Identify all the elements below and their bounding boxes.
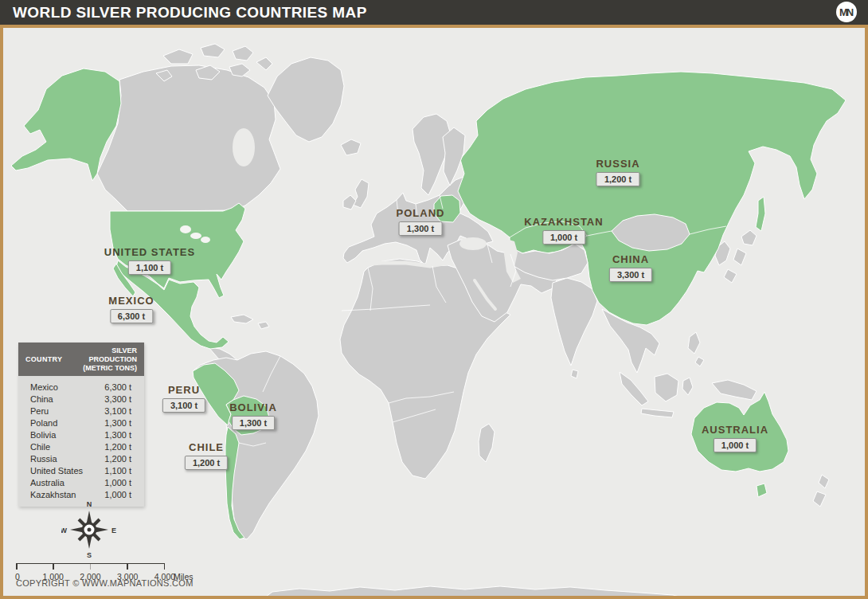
great-lake-1 [180,225,191,233]
map-label-china: CHINA 3,300 t [609,253,652,282]
production-badge: 3,100 t [162,398,205,413]
country-name: BOLIVIA [229,401,277,413]
island-ireland [343,195,356,209]
country-name: AUSTRALIA [702,424,768,436]
table-row: Bolivia 1,300 t [18,429,144,440]
scale-tick [16,564,18,570]
production-badge: 3,300 t [609,268,652,282]
country-name: RUSSIA [596,158,639,170]
scale-tick [164,564,166,570]
country-name: POLAND [397,207,445,219]
country-name: CHINA [609,253,652,265]
map-area: RUSSIA 1,200 t POLAND 1,300 t KAZAKHSTAN… [0,25,868,599]
table-row: Peru 3,100 t [18,405,144,417]
landmass-antarctica [263,586,690,599]
table-row: Russia 1,200 t [18,452,144,464]
legend-table-body: Mexico 6,300 t China 3,300 t Peru 3,100 … [18,376,144,507]
mapnations-logo: MN [836,2,857,22]
country-name: PERU [162,384,205,396]
country-shape-tasmania [757,484,767,497]
production-badge: 1,200 t [596,172,639,186]
compass-south-label: S [87,551,92,558]
hudson-bay [233,128,255,166]
islands-japan [724,230,757,283]
island-uk [353,179,369,208]
production-badge: 1,000 t [714,438,757,452]
scale-tick [127,564,128,570]
islands-new-zealand [813,475,829,507]
table-row: China 3,300 t [18,393,144,405]
island-hispaniola [258,322,269,329]
islands-philippines [688,332,704,366]
map-label-russia: RUSSIA 1,200 t [596,158,639,186]
landmass-greenland [268,57,344,142]
map-label-mexico: MEXICO 6,300 t [108,295,154,323]
country-name: KAZAKHSTAN [524,216,603,228]
column-header-country: COUNTRY [25,355,62,363]
map-label-poland: POLAND 1,300 t [397,207,445,236]
black-sea [459,237,487,250]
page-title: WORLD SILVER PRODUCING COUNTRIES MAP [0,4,367,22]
compass-east-label: E [111,527,116,534]
copyright-text: COPYRIGHT © WWW.MAPNATIONS.COM [16,578,194,588]
island-madagascar [479,424,495,462]
map-label-australia: AUSTRALIA 1,000 t [702,424,768,452]
map-label-kazakhstan: KAZAKHSTAN 1,000 t [524,216,603,245]
country-name: MEXICO [108,295,154,307]
logo-monogram: MN [839,6,852,18]
table-row: Poland 1,300 t [18,417,144,429]
table-row: Mexico 6,300 t [18,381,144,393]
legend-table: COUNTRY SILVER PRODUCTION (METRIC TONS) … [18,343,144,507]
table-row: Chile 1,200 t [18,440,144,452]
table-row: Australia 1,000 t [18,476,144,488]
column-header-production: SILVER PRODUCTION (METRIC TONS) [62,346,137,372]
map-label-bolivia: BOLIVIA 1,300 t [229,401,277,430]
compass-west-label: W [61,527,68,534]
island-iceland [341,139,361,155]
legend-table-header: COUNTRY SILVER PRODUCTION (METRIC TONS) [18,343,144,376]
header-bar: WORLD SILVER PRODUCING COUNTRIES MAP MN [0,0,868,25]
island-sri-lanka [571,370,578,378]
production-badge: 1,300 t [399,221,442,236]
production-badge: 1,100 t [128,260,171,275]
country-name: UNITED STATES [104,246,195,258]
scale-tick [90,564,92,570]
page: { "header": { "title": "WORLD SILVER PRO… [0,0,868,599]
country-shape-sakhalin [756,197,765,231]
production-badge: 1,200 t [185,456,228,470]
map-label-peru: PERU 3,100 t [162,384,205,413]
production-badge: 1,300 t [232,416,275,430]
map-label-chile: CHILE 1,200 t [185,441,228,470]
landmass-india [551,278,597,366]
great-lake-2 [190,233,201,239]
map-label-united-states: UNITED STATES 1,100 t [104,246,195,275]
island-cuba [231,315,253,323]
compass-rose: N E S W [61,498,117,558]
compass-north-label: N [87,500,92,508]
landmass-finland [443,127,465,186]
production-badge: 6,300 t [110,309,153,323]
scale-tick [53,564,54,570]
production-badge: 1,000 t [542,230,585,245]
table-row: United States 1,100 t [18,464,144,476]
great-lake-3 [201,237,210,243]
country-name: CHILE [185,441,228,453]
